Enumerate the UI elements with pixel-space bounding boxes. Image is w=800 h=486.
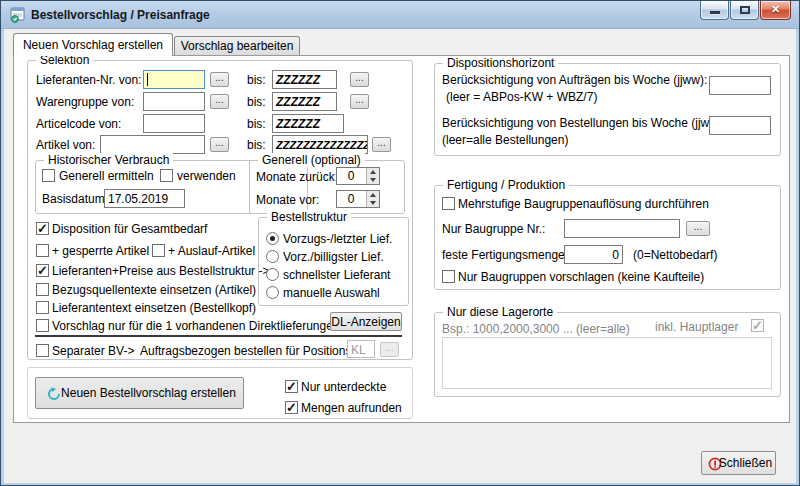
warengruppe-von-input[interactable]: [143, 92, 205, 111]
generell-ermitteln-checkbox[interactable]: [42, 169, 55, 182]
radio-manuelle-auswahl-label: manuelle Auswahl: [283, 286, 380, 300]
radio-schnellster-lieferant[interactable]: [266, 268, 279, 281]
maximize-button[interactable]: [730, 1, 759, 20]
disposition-gesamtbedarf-checkbox[interactable]: [36, 222, 49, 235]
monate-zurueck-spin-buttons: [366, 168, 379, 184]
disposition-gesamtbedarf-label: Disposition für Gesamtbedarf: [52, 222, 207, 236]
bezugsquellentexte-checkbox[interactable]: [36, 283, 49, 296]
nur-unterdeckte-label: Nur unterdeckte: [301, 380, 386, 394]
spin-up-icon[interactable]: [367, 168, 379, 176]
warengruppe-von-label: Warengruppe von:: [36, 95, 134, 109]
monate-vor-value: 0: [337, 192, 365, 207]
dialog-window: Bestellvorschlag / Preisanfrage ✕ Neuen …: [0, 0, 800, 486]
lieferanten-nr-von-browse-button[interactable]: ...: [210, 72, 229, 87]
vorschlag-direktlieferungen-label: Vorschlag nur für die 1 vorhandenen Dire…: [52, 319, 340, 333]
warengruppe-bis-browse-button[interactable]: ...: [350, 94, 369, 109]
warengruppe-von-browse-button[interactable]: ...: [210, 94, 229, 109]
spin-up-icon[interactable]: [367, 191, 379, 199]
monate-vor-label: Monate vor:: [256, 193, 319, 207]
auftraege-bis-woche-input[interactable]: [709, 76, 771, 95]
tab-page: Selektion Lieferanten-Nr. von: ... bis: …: [13, 55, 790, 423]
tab-vorschlag-bearbeiten[interactable]: Vorschlag bearbeiten: [174, 36, 300, 56]
nur-baugruppen-vorschlagen-checkbox[interactable]: [442, 270, 455, 283]
feste-fertigungsmenge-input[interactable]: 0: [564, 245, 623, 264]
bis-label-1: bis:: [247, 73, 266, 87]
schliessen-button[interactable]: Schließen: [701, 451, 776, 475]
group-historischer-verbrauch-legend: Historischer Verbrauch: [44, 153, 173, 167]
minimize-button[interactable]: [700, 1, 729, 20]
radio-manuelle-auswahl[interactable]: [266, 286, 279, 299]
bestellungen-bis-woche-input[interactable]: [709, 116, 771, 135]
nur-baugruppen-vorschlagen-label: Nur Baugruppen vorschlagen (keine Kaufte…: [458, 270, 704, 284]
dl-anzeigen-button[interactable]: DL-Anzeigen: [330, 312, 402, 331]
positions-art-browse-button: ...: [380, 342, 399, 357]
monate-zurueck-spinner[interactable]: 0: [336, 167, 380, 185]
spin-down-icon[interactable]: [367, 176, 379, 184]
titlebar[interactable]: Bestellvorschlag / Preisanfrage ✕: [1, 1, 799, 29]
artikel-bis-input[interactable]: ZZZZZZZZZZZZZZZ: [272, 135, 368, 154]
artikel-von-label: Artikel von:: [36, 138, 95, 152]
verwenden-label: verwenden: [177, 169, 236, 183]
generell-ermitteln-label: Generell ermitteln: [59, 169, 154, 183]
close-window-button[interactable]: ✕: [760, 1, 791, 20]
window-title: Bestellvorschlag / Preisanfrage: [31, 8, 210, 22]
articelcode-von-input[interactable]: [143, 114, 205, 133]
separater-bv-checkbox[interactable]: [36, 344, 49, 357]
mehrstufige-baugruppen-label: Mehrstufige Baugruppenauflösung durchfüh…: [458, 197, 709, 211]
inkl-hauptlager-label: inkl. Hauptlager: [655, 320, 738, 334]
refresh-icon: [46, 386, 62, 402]
articelcode-von-label: Articelcode von:: [36, 117, 121, 131]
spin-down-icon[interactable]: [367, 199, 379, 207]
radio-vorzugs-letzter-lief[interactable]: [266, 232, 279, 245]
lieferantentext-label: Lieferantentext einsetzen (Bestellkopf): [52, 301, 256, 315]
schliessen-button-label: Schließen: [719, 456, 772, 470]
dl-anzeigen-button-label: DL-Anzeigen: [331, 315, 400, 329]
artikel-bis-browse-button[interactable]: ...: [372, 137, 391, 152]
positions-art-input[interactable]: KL: [347, 340, 375, 358]
group-lagerorte-legend: Nur diese Lagerorte: [443, 305, 557, 319]
tab-neuen-vorschlag-erstellen[interactable]: Neuen Vorschlag erstellen: [13, 33, 173, 56]
articelcode-bis-input[interactable]: ZZZZZZ: [272, 114, 344, 133]
nur-baugruppe-nr-label: Nur Baugruppe Nr.:: [442, 222, 545, 236]
radio-vorz-billigster-lief-label: Vorz./billigster Lief.: [283, 250, 384, 264]
radio-vorz-billigster-lief[interactable]: [266, 250, 279, 263]
lieferanten-preise-checkbox[interactable]: [36, 264, 49, 277]
bestellungen-bis-woche-label: Berücksichtigung von Bestellungen bis Wo…: [442, 116, 725, 130]
auslauf-artikel-checkbox[interactable]: [152, 244, 165, 257]
monate-zurueck-label: Monate zurück:: [256, 170, 338, 184]
inkl-hauptlager-checkbox: [751, 319, 764, 332]
gesperrte-artikel-checkbox[interactable]: [36, 244, 49, 257]
group-generell-optional-legend: Generell (optional): [258, 153, 365, 167]
dialog-body: Neuen Vorschlag erstellen Vorschlag bear…: [4, 29, 796, 483]
nur-baugruppe-nr-browse-button[interactable]: ...: [686, 221, 710, 236]
bezugsquellentexte-label: Bezugsquellentexte einsetzen (Artikel): [52, 283, 256, 297]
mehrstufige-baugruppen-checkbox[interactable]: [442, 197, 455, 210]
nur-baugruppe-nr-input[interactable]: [564, 219, 680, 238]
lieferanten-nr-von-input[interactable]: [143, 70, 205, 89]
artikel-von-input[interactable]: [100, 135, 205, 154]
maximize-icon: [740, 6, 750, 14]
basisdatum-input[interactable]: 17.05.2019: [104, 189, 185, 208]
lieferanten-nr-bis-input[interactable]: ZZZZZZ: [272, 70, 337, 89]
lieferantentext-checkbox[interactable]: [36, 301, 49, 314]
lagerorte-hint: Bsp.: 1000,2000,3000 ... (leer=alle): [442, 322, 630, 336]
bestellungen-hint: (leer=alle Bestellungen): [442, 133, 568, 147]
monate-vor-spinner[interactable]: 0: [336, 190, 380, 208]
auftragsbezogen-label: Auftragsbezogen bestellen für Positions-…: [140, 344, 374, 358]
monate-zurueck-value: 0: [337, 169, 365, 184]
nur-unterdeckte-checkbox[interactable]: [285, 380, 298, 393]
feste-fertigungsmenge-label: feste Fertigungsmenge:: [442, 248, 568, 262]
vorschlag-direktlieferungen-checkbox[interactable]: [36, 319, 49, 332]
mengen-aufrunden-checkbox[interactable]: [285, 401, 298, 414]
close-icon: ✕: [761, 3, 790, 16]
lagerorte-textarea[interactable]: [442, 337, 772, 389]
group-bestellstruktur-legend: Bestellstruktur: [267, 210, 351, 224]
artikel-von-browse-button[interactable]: ...: [210, 137, 229, 152]
warengruppe-bis-input[interactable]: ZZZZZZ: [272, 92, 337, 111]
auslauf-artikel-label: + Auslauf-Artikel: [168, 244, 255, 258]
lieferanten-nr-bis-browse-button[interactable]: ...: [350, 72, 369, 87]
bis-label-2: bis:: [247, 95, 266, 109]
verwenden-checkbox[interactable]: [160, 169, 173, 182]
lieferanten-nr-von-label: Lieferanten-Nr. von:: [36, 73, 141, 87]
neuen-bestellvorschlag-button[interactable]: Neuen Bestellvorschlag erstellen: [35, 377, 244, 409]
